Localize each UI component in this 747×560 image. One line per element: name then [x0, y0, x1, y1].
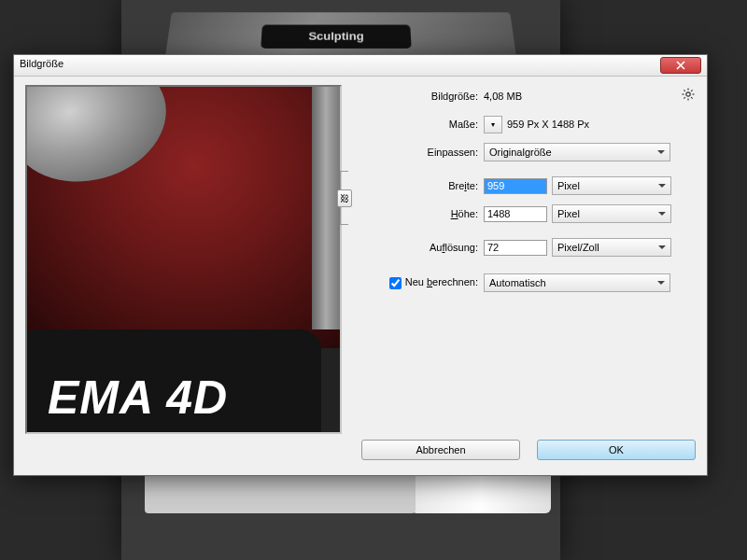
resample-method-select[interactable]: Automatisch	[484, 273, 670, 292]
settings-menu-button[interactable]	[681, 87, 696, 102]
height-label: Höhe:	[357, 208, 484, 219]
height-unit-select[interactable]: Pixel	[552, 204, 671, 223]
size-value: 4,08 MB	[484, 91, 522, 102]
width-input[interactable]	[484, 178, 547, 194]
dimensions-label: Maße:	[357, 119, 484, 130]
size-label: Bildgröße:	[357, 91, 484, 102]
fit-to-select[interactable]: Originalgröße	[484, 143, 670, 161]
preview-thumbnail[interactable]: EMA 4D	[25, 85, 342, 434]
resolution-label: Auflösung:	[357, 242, 484, 253]
bg-sculpting-label: Sculpting	[261, 25, 411, 49]
svg-line-7	[691, 90, 692, 91]
image-size-dialog: Bildgröße EMA 4D Bildgröße: 4,08 MB Maße…	[13, 54, 708, 476]
link-icon: ⛓	[340, 193, 349, 203]
cancel-button[interactable]: Abbrechen	[361, 440, 520, 460]
form-area: Bildgröße: 4,08 MB Maße: ▾ 959 Px X 1488…	[357, 85, 696, 432]
fit-to-label: Einpassen:	[357, 147, 484, 158]
svg-line-5	[684, 90, 684, 91]
constrain-proportions-toggle[interactable]: ⛓	[337, 189, 352, 207]
preview-text: EMA 4D	[48, 371, 228, 425]
svg-point-0	[686, 92, 690, 96]
svg-line-6	[691, 97, 692, 98]
width-unit-select[interactable]: Pixel	[552, 176, 671, 195]
resample-checkbox[interactable]	[389, 277, 402, 289]
width-label: Breite:	[357, 180, 484, 191]
resample-label: Neu berechnen:	[357, 276, 484, 289]
dialog-title: Bildgröße	[20, 58, 63, 69]
gear-icon	[681, 87, 696, 102]
close-button[interactable]	[660, 57, 701, 74]
dimensions-unit-dropdown[interactable]: ▾	[484, 116, 502, 133]
dialog-titlebar[interactable]: Bildgröße	[14, 55, 707, 77]
resolution-input[interactable]	[484, 240, 547, 256]
height-input[interactable]	[484, 206, 547, 222]
svg-line-8	[684, 97, 684, 98]
ok-button[interactable]: OK	[537, 440, 696, 460]
resolution-unit-select[interactable]: Pixel/Zoll	[552, 238, 671, 257]
close-icon	[676, 61, 685, 70]
dimensions-value: 959 Px X 1488 Px	[507, 119, 589, 130]
